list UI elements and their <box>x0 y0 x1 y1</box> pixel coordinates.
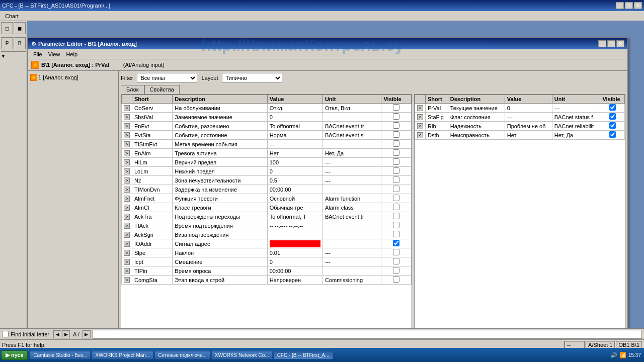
expand-btn[interactable]: > <box>124 205 130 211</box>
start-button[interactable]: ▶ пуск <box>1 350 28 360</box>
sidebar-icon-3[interactable]: P <box>1 37 13 49</box>
taskbar-item-3[interactable]: XWORKS Network Co... <box>211 351 273 359</box>
search-input[interactable] <box>93 330 642 339</box>
filter-select[interactable]: Все пины Только видимые Входные Выходные <box>137 73 197 83</box>
visible-checkbox[interactable] <box>393 140 399 147</box>
nav-prev-btn[interactable]: ◀ <box>53 330 61 338</box>
tree-expand[interactable]: ▼ <box>1 54 26 59</box>
value-cell[interactable]: 0.5 <box>267 176 323 185</box>
expand-btn[interactable]: > <box>124 232 130 238</box>
expand-btn[interactable]: > <box>124 223 130 229</box>
value-cell[interactable]: ... <box>267 140 323 149</box>
tree-item-0[interactable]: ⚡ 1 [Аналог. вход] <box>30 73 116 82</box>
value-cell[interactable]: Нет <box>267 149 323 158</box>
find-initial-checkbox[interactable] <box>2 331 9 337</box>
visible-checkbox-right[interactable] <box>609 113 616 120</box>
visible-checkbox[interactable] <box>393 213 399 219</box>
visible-checkbox[interactable] <box>393 195 399 201</box>
visible-checkbox[interactable] <box>393 158 399 165</box>
value-cell[interactable]: Непроверен <box>267 276 323 285</box>
minimize-btn[interactable]: _ <box>616 2 624 9</box>
value-cell[interactable]: 100 <box>267 158 323 167</box>
expand-btn[interactable]: > <box>124 150 130 156</box>
expand-btn[interactable]: > <box>124 168 130 174</box>
value-cell[interactable]: To offnormal, T <box>267 212 323 221</box>
value-cell[interactable]: Обычная тре <box>267 203 323 212</box>
value-cell[interactable] <box>267 230 323 239</box>
visible-checkbox[interactable] <box>393 204 399 210</box>
visible-checkbox[interactable] <box>393 122 399 129</box>
dialog-maximize-btn[interactable]: □ <box>607 40 615 47</box>
outer-menu-chart[interactable]: Chart <box>2 12 22 20</box>
expand-btn-right[interactable]: < <box>417 123 423 129</box>
expand-btn[interactable]: > <box>124 268 130 274</box>
visible-checkbox-right[interactable] <box>609 131 616 138</box>
expand-btn-right[interactable]: < <box>417 105 423 111</box>
taskbar-item-4[interactable]: CFC - [B -- BTFirst_A... <box>274 351 333 359</box>
visible-checkbox[interactable] <box>393 249 399 255</box>
expand-btn-right[interactable]: < <box>417 132 423 138</box>
expand-btn[interactable]: > <box>124 214 130 220</box>
value-cell[interactable]: 0.01 <box>267 248 323 257</box>
sidebar-icon-4[interactable]: B <box>14 37 26 49</box>
visible-checkbox[interactable] <box>393 240 399 246</box>
taskbar-item-1[interactable]: XWORKS Project Man... <box>92 351 153 359</box>
tab-block[interactable]: Блок <box>121 85 144 94</box>
value-cell[interactable]: Норма <box>267 131 323 140</box>
visible-checkbox[interactable] <box>393 167 399 174</box>
value-cell[interactable]: 0 <box>267 113 323 122</box>
visible-checkbox[interactable] <box>393 149 399 156</box>
visible-checkbox-right[interactable] <box>609 104 616 111</box>
value-cell[interactable]: --.--.---- --:--:-- <box>267 221 323 230</box>
visible-checkbox[interactable] <box>393 231 399 237</box>
value-cell[interactable]: 0 <box>267 167 323 176</box>
expand-btn[interactable]: > <box>124 187 130 193</box>
visible-checkbox-right[interactable] <box>609 122 616 129</box>
expand-btn[interactable]: > <box>124 250 130 256</box>
visible-checkbox[interactable] <box>393 276 399 283</box>
dialog-menu-help[interactable]: Help <box>63 50 80 58</box>
value-cell[interactable]: Откл. <box>267 104 323 113</box>
visible-checkbox[interactable] <box>393 258 399 264</box>
nav-next-btn[interactable]: ▶ <box>62 330 70 338</box>
expand-btn[interactable]: > <box>124 259 130 265</box>
expand-btn[interactable]: > <box>124 241 130 247</box>
value-cell[interactable]: 00:00:00 <box>267 266 323 276</box>
layout-select[interactable]: Типично Все Минимум <box>222 73 282 83</box>
value-cell[interactable]: Основной <box>267 194 323 203</box>
expand-btn[interactable]: > <box>124 132 130 138</box>
nav-sheet-btn[interactable]: ▶ <box>83 330 91 338</box>
visible-checkbox[interactable] <box>393 131 399 138</box>
visible-checkbox[interactable] <box>393 267 399 274</box>
expand-btn[interactable]: > <box>124 159 130 165</box>
dialog-close-btn[interactable]: ✕ <box>616 40 624 47</box>
expand-btn[interactable]: > <box>124 123 130 129</box>
sidebar-icon-1[interactable]: ◻ <box>1 22 13 34</box>
dialog-menu-view[interactable]: View <box>45 50 63 58</box>
value-cell[interactable]: To offnormal <box>267 122 323 131</box>
sidebar-icon-2[interactable]: ◼ <box>14 22 26 34</box>
dialog-menu-file[interactable]: File <box>30 50 45 58</box>
expand-btn[interactable]: > <box>124 196 130 202</box>
visible-checkbox[interactable] <box>393 186 399 192</box>
tab-properties[interactable]: Свойства <box>144 85 180 94</box>
visible-checkbox[interactable] <box>393 113 399 120</box>
expand-btn[interactable]: > <box>124 114 130 120</box>
expand-btn[interactable]: > <box>124 141 130 147</box>
expand-btn[interactable]: > <box>124 277 130 283</box>
expand-btn[interactable]: > <box>124 105 130 111</box>
taskbar-item-2[interactable]: Сетевые подключе... <box>154 351 210 359</box>
value-cell[interactable]: 0 <box>267 257 323 266</box>
dialog-minimize-btn[interactable]: _ <box>598 40 606 47</box>
maximize-btn[interactable]: □ <box>625 2 633 9</box>
visible-checkbox[interactable] <box>393 222 399 228</box>
value-cell[interactable] <box>267 239 323 248</box>
taskbar-item-0[interactable]: Camtasia Studio - Без... <box>30 351 91 359</box>
unit-cell: --- <box>323 257 381 266</box>
visible-checkbox[interactable] <box>393 104 399 111</box>
close-btn[interactable]: ✕ <box>634 2 642 9</box>
visible-checkbox[interactable] <box>393 176 399 183</box>
expand-btn[interactable]: > <box>124 177 130 184</box>
value-cell[interactable]: 00:00:00 <box>267 185 323 194</box>
expand-btn-right[interactable]: < <box>417 114 423 120</box>
